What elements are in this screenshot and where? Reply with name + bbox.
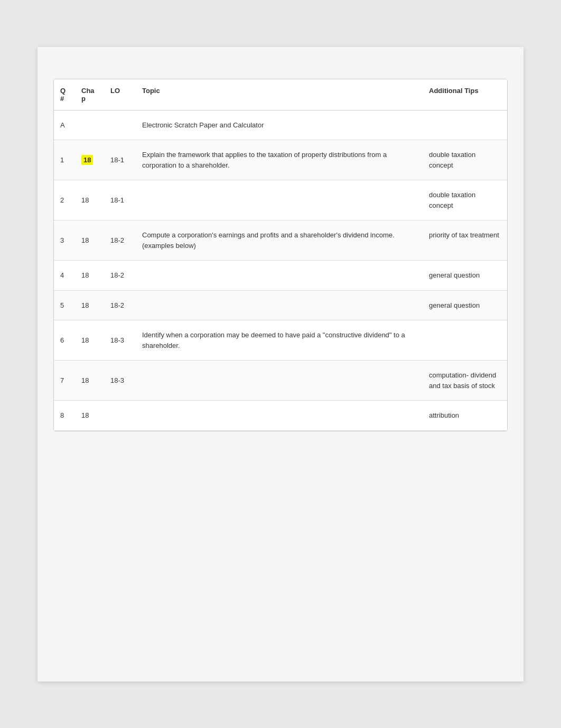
cell-lo: 18-1 <box>104 140 136 180</box>
cell-q-num: 4 <box>54 261 75 291</box>
cell-lo: 18-2 <box>104 220 136 261</box>
table-row: 61818-3Identify when a corporation may b… <box>54 320 507 361</box>
cell-chap: 18 <box>75 140 104 180</box>
page-container: Q # Cha p LO Topic Additional Tips AElec… <box>38 47 523 681</box>
cell-chap: 18 <box>75 261 104 291</box>
table-row: 21818-1double taxation concept <box>54 180 507 220</box>
cell-chap: 18 <box>75 180 104 220</box>
table-row: 818attribution <box>54 401 507 431</box>
table-header-row: Q # Cha p LO Topic Additional Tips <box>54 79 507 110</box>
cell-lo: 18-1 <box>104 180 136 220</box>
cell-chap: 18 <box>75 401 104 431</box>
cell-chap <box>75 110 104 140</box>
cell-q-num: 7 <box>54 361 75 401</box>
cell-lo: 18-3 <box>104 361 136 401</box>
cell-tips: computation- dividend and tax basis of s… <box>423 361 507 401</box>
cell-tips: general question <box>423 261 507 291</box>
table-row: AElectronic Scratch Paper and Calculator <box>54 110 507 140</box>
table-row: 41818-2general question <box>54 261 507 291</box>
table-wrapper: Q # Cha p LO Topic Additional Tips AElec… <box>53 79 508 431</box>
cell-tips: priority of tax treatment <box>423 220 507 261</box>
header-chap: Cha p <box>75 79 104 110</box>
header-lo: LO <box>104 79 136 110</box>
table-row: 31818-2Compute a corporation's earnings … <box>54 220 507 261</box>
cell-tips <box>423 320 507 361</box>
cell-topic <box>136 180 423 220</box>
main-table: Q # Cha p LO Topic Additional Tips AElec… <box>54 79 507 431</box>
chap-highlight: 18 <box>81 155 93 165</box>
cell-chap: 18 <box>75 290 104 320</box>
cell-topic: Identify when a corporation may be deeme… <box>136 320 423 361</box>
cell-lo: 18-2 <box>104 290 136 320</box>
cell-q-num: 8 <box>54 401 75 431</box>
cell-chap: 18 <box>75 220 104 261</box>
cell-lo: 18-2 <box>104 261 136 291</box>
cell-tips: attribution <box>423 401 507 431</box>
cell-tips: general question <box>423 290 507 320</box>
cell-lo <box>104 110 136 140</box>
cell-topic <box>136 261 423 291</box>
table-row: 71818-3computation- dividend and tax bas… <box>54 361 507 401</box>
cell-q-num: 1 <box>54 140 75 180</box>
table-row: 11818-1Explain the framework that applie… <box>54 140 507 180</box>
cell-q-num: 5 <box>54 290 75 320</box>
cell-topic: Compute a corporation's earnings and pro… <box>136 220 423 261</box>
table-row: 51818-2general question <box>54 290 507 320</box>
cell-tips: double taxation concept <box>423 180 507 220</box>
header-topic: Topic <box>136 79 423 110</box>
cell-q-num: 2 <box>54 180 75 220</box>
cell-topic <box>136 401 423 431</box>
cell-chap: 18 <box>75 320 104 361</box>
cell-q-num: A <box>54 110 75 140</box>
cell-topic <box>136 290 423 320</box>
cell-q-num: 6 <box>54 320 75 361</box>
cell-topic: Electronic Scratch Paper and Calculator <box>136 110 423 140</box>
cell-lo <box>104 401 136 431</box>
header-tips: Additional Tips <box>423 79 507 110</box>
header-q-num: Q # <box>54 79 75 110</box>
cell-q-num: 3 <box>54 220 75 261</box>
cell-tips <box>423 110 507 140</box>
cell-chap: 18 <box>75 361 104 401</box>
cell-topic: Explain the framework that applies to th… <box>136 140 423 180</box>
cell-lo: 18-3 <box>104 320 136 361</box>
cell-tips: double taxation concept <box>423 140 507 180</box>
cell-topic <box>136 361 423 401</box>
